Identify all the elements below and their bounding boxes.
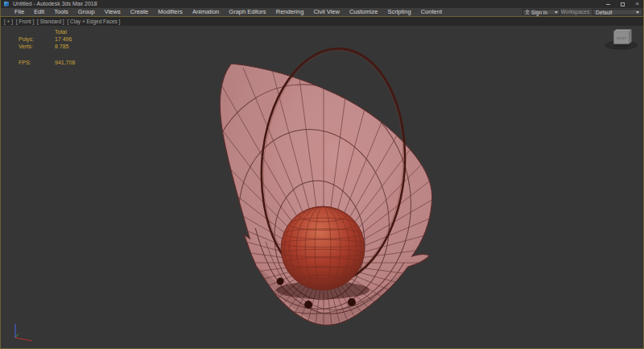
- 3d-scene: [1, 26, 643, 348]
- menu-bar: File Edit Tools Group Views Create Modif…: [1, 8, 643, 16]
- menu-item-create[interactable]: Create: [126, 8, 153, 16]
- chevron-down-icon: [636, 11, 639, 14]
- rim-hole: [304, 301, 312, 309]
- stats-fps-label: FPS:: [19, 60, 31, 66]
- window-controls: ×: [606, 0, 639, 8]
- user-icon: [525, 10, 530, 15]
- menu-item-rendering[interactable]: Rendering: [272, 8, 308, 16]
- menu-item-scripting[interactable]: Scripting: [383, 8, 415, 16]
- minimize-button[interactable]: [606, 4, 610, 5]
- menu-item-customize[interactable]: Customize: [345, 8, 382, 16]
- stats-fps-value: 941,708: [55, 60, 75, 66]
- workspaces-label: Workspaces:: [561, 8, 591, 16]
- app-window: Untitled - Autodesk 3ds Max 2018 × File …: [0, 0, 644, 349]
- menu-bar-items: File Edit Tools Group Views Create Modif…: [10, 8, 445, 16]
- rim-hole: [348, 298, 356, 306]
- menu-item-graph-editors[interactable]: Graph Editors: [225, 8, 270, 16]
- world-axis-gizmo: [11, 323, 35, 344]
- viewcube[interactable]: FRONT: [603, 27, 640, 51]
- menu-item-modifiers[interactable]: Modifiers: [154, 8, 186, 16]
- viewport-standard-menu[interactable]: [ Standard ]: [37, 17, 64, 26]
- menu-item-views[interactable]: Views: [101, 8, 125, 16]
- chevron-down-icon: [555, 11, 558, 14]
- menu-item-animation[interactable]: Animation: [188, 8, 223, 16]
- menu-item-tools[interactable]: Tools: [50, 8, 72, 16]
- viewport-pov-menu[interactable]: [ Front ]: [16, 17, 34, 26]
- menu-item-edit[interactable]: Edit: [30, 8, 48, 16]
- sign-in-label: Sign In: [531, 10, 547, 15]
- menu-item-civil-view[interactable]: Civil View: [309, 8, 343, 16]
- stats-polys-label: Polys:: [19, 36, 34, 43]
- workspaces-value: Default: [596, 10, 613, 15]
- viewport-general-menu[interactable]: [ + ]: [4, 17, 13, 26]
- viewcube-top-face: [614, 30, 632, 32]
- shell-wireframe: [114, 52, 535, 348]
- viewport-label-bar: [ + ] [ Front ] [ Standard ] [ Clay + Ed…: [1, 17, 643, 26]
- x-axis: [15, 338, 32, 341]
- window-title: Untitled - Autodesk 3ds Max 2018: [13, 1, 97, 6]
- 3dsmax-app-icon: [4, 2, 9, 6]
- workspaces-dropdown[interactable]: Default: [592, 9, 642, 15]
- maximize-button[interactable]: [621, 2, 625, 6]
- viewport-shading-menu[interactable]: [ Clay + Edged Faces ]: [67, 17, 120, 26]
- viewcube-side-face: [630, 30, 632, 44]
- close-button[interactable]: ×: [635, 0, 639, 8]
- pearl-sphere: [281, 206, 365, 290]
- rim-hole: [277, 278, 284, 285]
- stats-header: Total: [55, 29, 67, 35]
- menu-item-group[interactable]: Group: [74, 8, 99, 16]
- stats-verts-label: Verts:: [19, 44, 33, 50]
- sign-in-button[interactable]: Sign In: [522, 9, 560, 15]
- menu-item-file[interactable]: File: [10, 8, 28, 16]
- title-bar: Untitled - Autodesk 3ds Max 2018 ×: [1, 0, 643, 8]
- stats-verts-value: 8 785: [55, 44, 69, 50]
- viewcube-front-label: FRONT: [617, 37, 627, 40]
- menu-item-content[interactable]: Content: [417, 8, 445, 16]
- stats-polys-value: 17 496: [55, 36, 72, 43]
- viewport-canvas[interactable]: Total Polys: 17 496 Verts: 8 785 FPS: 94…: [1, 26, 643, 348]
- y-axis: [15, 334, 19, 338]
